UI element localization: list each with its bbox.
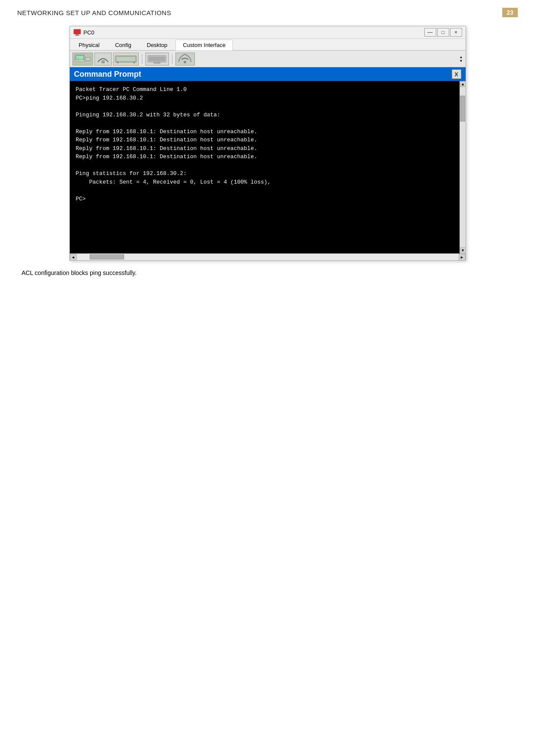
tab-config[interactable]: Config bbox=[108, 40, 139, 50]
svg-rect-4 bbox=[76, 56, 84, 60]
tab-desktop[interactable]: Desktop bbox=[140, 40, 175, 50]
vertical-scrollbar[interactable]: ▲ ▼ bbox=[460, 81, 466, 253]
terminal-line-4: Pinging 192.168.30.2 with 32 bytes of da… bbox=[76, 112, 220, 118]
toolbar-device-icon-4 bbox=[145, 53, 169, 66]
svg-point-16 bbox=[184, 61, 186, 63]
window-controls: — □ × bbox=[424, 28, 462, 37]
window-title-left: PC0 bbox=[73, 28, 94, 36]
terminal-line-8: Reply from 192.168.10.1: Destination hos… bbox=[76, 145, 257, 152]
caption: ACL configuration blocks ping successful… bbox=[17, 269, 518, 276]
toolbar-device-icon-3 bbox=[113, 53, 139, 66]
svg-point-12 bbox=[133, 62, 135, 63]
scroll-track-h bbox=[77, 254, 459, 260]
svg-rect-0 bbox=[74, 29, 81, 34]
page-header: NETWORKING SET UP AND COMMUNICATIONS 23 bbox=[0, 0, 535, 22]
terminal-line-2: PC>ping 192.168.30.2 bbox=[76, 95, 143, 101]
scroll-right-button[interactable]: ► bbox=[459, 254, 466, 261]
terminal-line-6: Reply from 192.168.10.1: Destination hos… bbox=[76, 128, 257, 135]
toolbar-device-icon-5 bbox=[175, 53, 195, 66]
tab-bar: Physical Config Desktop Custom Interface bbox=[70, 39, 466, 51]
terminal-line-12: Packets: Sent = 4, Received = 0, Lost = … bbox=[76, 179, 271, 185]
toolbar-separator bbox=[142, 54, 142, 64]
content-area: PC0 — □ × Physical Config Desktop Custom… bbox=[0, 22, 535, 289]
svg-rect-15 bbox=[154, 62, 160, 63]
svg-point-11 bbox=[117, 62, 119, 63]
svg-rect-8 bbox=[102, 61, 104, 63]
tab-physical[interactable]: Physical bbox=[72, 40, 107, 50]
scroll-thumb-v[interactable] bbox=[460, 96, 465, 122]
cmd-title: Command Prompt bbox=[74, 70, 141, 79]
scroll-thumb-h[interactable] bbox=[90, 254, 124, 259]
close-window-button[interactable]: × bbox=[450, 28, 462, 37]
svg-rect-14 bbox=[149, 56, 165, 61]
horizontal-scrollbar[interactable]: ◄ ► bbox=[70, 253, 466, 260]
maximize-button[interactable]: □ bbox=[437, 28, 449, 37]
toolbar-device-icon-2 bbox=[94, 53, 112, 66]
terminal-line-7: Reply from 192.168.10.1: Destination hos… bbox=[76, 137, 257, 143]
tab-custom-interface[interactable]: Custom Interface bbox=[175, 40, 233, 50]
page-title: NETWORKING SET UP AND COMMUNICATIONS bbox=[17, 9, 171, 16]
pc0-window: PC0 — □ × Physical Config Desktop Custom… bbox=[69, 26, 466, 261]
terminal-line-1: Packet Tracer PC Command Line 1.0 bbox=[76, 86, 187, 93]
cmd-close-button[interactable]: X bbox=[452, 69, 461, 79]
scroll-down-button[interactable]: ▼ bbox=[460, 247, 466, 253]
toolbar-strip: ▲ ▼ bbox=[70, 51, 466, 67]
cmd-titlebar: Command Prompt X bbox=[70, 67, 466, 81]
terminal-output[interactable]: Packet Tracer PC Command Line 1.0 PC>pin… bbox=[70, 81, 466, 253]
minimize-button[interactable]: — bbox=[424, 28, 436, 37]
terminal-line-9: Reply from 192.168.10.1: Destination hos… bbox=[76, 153, 257, 160]
svg-rect-2 bbox=[75, 35, 79, 36]
svg-rect-7 bbox=[85, 57, 91, 61]
scroll-up-button[interactable]: ▲ bbox=[460, 81, 466, 87]
terminal-line-14: PC> bbox=[76, 196, 86, 202]
pc-icon bbox=[73, 28, 81, 36]
scroll-left-button[interactable]: ◄ bbox=[70, 254, 77, 261]
toolbar-separator-2 bbox=[172, 54, 172, 64]
window-titlebar: PC0 — □ × bbox=[70, 26, 466, 39]
page-number: 23 bbox=[502, 8, 518, 17]
window-body: Command Prompt X Packet Tracer PC Comman… bbox=[70, 67, 466, 260]
toolbar-scroll[interactable]: ▲ ▼ bbox=[460, 55, 463, 63]
terminal-line-11: Ping statistics for 192.168.30.2: bbox=[76, 170, 187, 177]
svg-rect-10 bbox=[116, 56, 136, 62]
toolbar-device-icon-1 bbox=[72, 53, 93, 66]
window-title-text: PC0 bbox=[84, 29, 94, 36]
